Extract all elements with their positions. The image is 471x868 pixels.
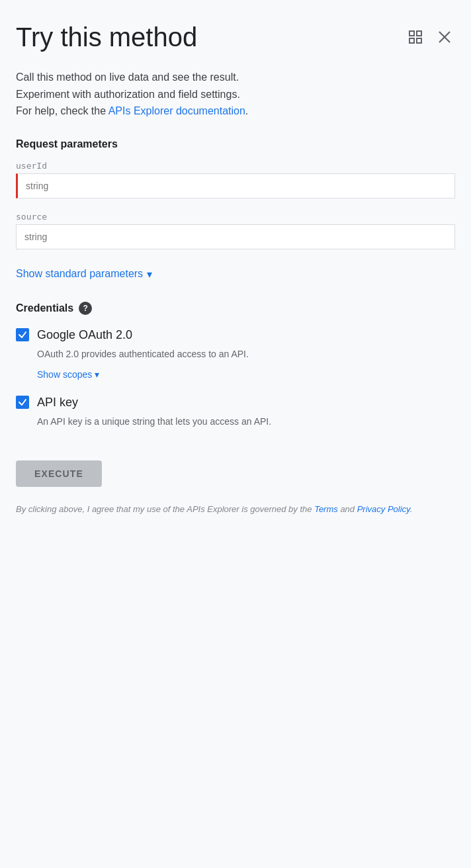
apis-explorer-link[interactable]: APIs Explorer documentation: [108, 105, 245, 116]
oauth-checkbox[interactable]: [16, 328, 29, 341]
description-block: Call this method on live data and see th…: [16, 69, 455, 120]
expand-button[interactable]: [405, 26, 426, 48]
panel-header: Try this method: [16, 21, 455, 53]
svg-rect-3: [409, 38, 414, 43]
userid-label: userId: [16, 161, 455, 171]
apikey-checkbox-row: API key: [16, 396, 455, 410]
header-icons: [405, 26, 455, 48]
try-this-method-panel: Try this method Call this method on live…: [0, 0, 471, 868]
userid-field-wrapper: userId: [16, 161, 455, 198]
oauth-desc: OAuth 2.0 provides authenticated access …: [37, 347, 455, 361]
chevron-down-icon: ▾: [147, 268, 152, 281]
description-line2: Experiment with authorization and field …: [16, 86, 455, 103]
footer-text: By clicking above, I agree that my use o…: [16, 503, 455, 517]
svg-rect-1: [417, 31, 421, 36]
svg-rect-0: [409, 31, 414, 36]
footer-and: and: [338, 504, 357, 514]
apikey-desc: An API key is a unique string that lets …: [37, 415, 455, 429]
userid-input[interactable]: [16, 173, 455, 198]
credentials-help-icon[interactable]: ?: [79, 302, 92, 315]
show-standard-params-button[interactable]: Show standard parameters ▾: [16, 263, 152, 286]
show-scopes-label: Show scopes: [37, 369, 92, 380]
source-field-wrapper: source: [16, 212, 455, 249]
privacy-link[interactable]: Privacy Policy: [357, 504, 410, 514]
svg-rect-2: [417, 38, 421, 43]
footer-prefix: By clicking above, I agree that my use o…: [16, 504, 314, 514]
oauth-checkbox-row: Google OAuth 2.0: [16, 328, 455, 342]
oauth-credential-item: Google OAuth 2.0 OAuth 2.0 provides auth…: [16, 328, 455, 382]
description-prefix: For help, check the: [16, 105, 108, 116]
oauth-name: Google OAuth 2.0: [37, 328, 132, 342]
source-label: source: [16, 212, 455, 222]
request-parameters-section: Request parameters userId source Show st…: [16, 138, 455, 286]
apikey-credential-item: API key An API key is a unique string th…: [16, 396, 455, 429]
execute-button[interactable]: EXECUTE: [16, 460, 102, 487]
show-scopes-button[interactable]: Show scopes ▾: [37, 367, 99, 382]
description-suffix: .: [245, 105, 248, 116]
apikey-name: API key: [37, 396, 78, 410]
request-parameters-title: Request parameters: [16, 138, 455, 150]
apikey-checkbox[interactable]: [16, 396, 29, 409]
credentials-title: Credentials: [16, 302, 73, 314]
close-button[interactable]: [434, 26, 455, 48]
credentials-header: Credentials ?: [16, 302, 455, 315]
panel-title: Try this method: [16, 21, 405, 53]
footer-suffix: .: [410, 504, 413, 514]
terms-link[interactable]: Terms: [314, 504, 338, 514]
credentials-section: Credentials ? Google OAuth 2.0 OAuth 2.0…: [16, 302, 455, 429]
description-line3: For help, check the APIs Explorer docume…: [16, 103, 455, 120]
scopes-chevron-icon: ▾: [95, 369, 99, 380]
show-standard-params-label: Show standard parameters: [16, 268, 143, 280]
source-input[interactable]: [16, 224, 455, 249]
description-line1: Call this method on live data and see th…: [16, 69, 455, 86]
